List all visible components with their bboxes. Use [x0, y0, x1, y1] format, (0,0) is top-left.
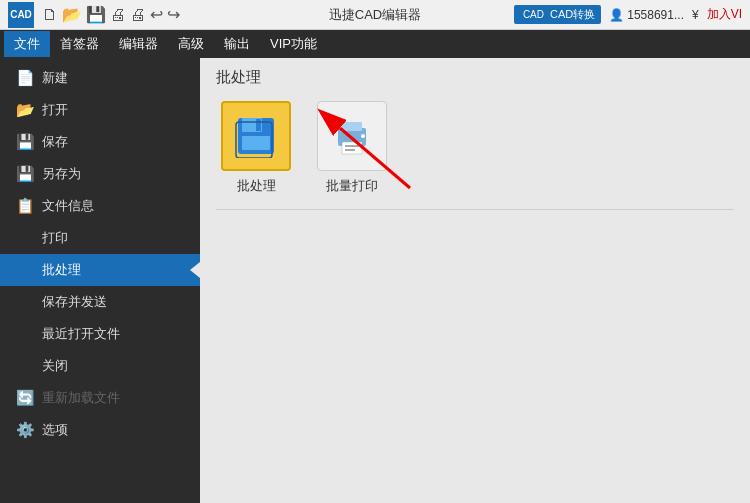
sidebar-item-open[interactable]: 📂 打开 — [0, 94, 200, 126]
phone-number: 1558691... — [627, 8, 684, 22]
sidebar-item-recent-label: 最近打开文件 — [42, 325, 120, 343]
menu-item-editor[interactable]: 编辑器 — [109, 31, 168, 57]
sidebar-item-fileinfo-label: 文件信息 — [42, 197, 94, 215]
sidebar-item-reload[interactable]: 🔄 重新加载文件 — [0, 382, 200, 414]
reload-icon: 🔄 — [16, 389, 34, 407]
options-icon: ⚙️ — [16, 421, 34, 439]
fileinfo-icon: 📋 — [16, 197, 34, 215]
save-disk-icon: 💾 — [16, 133, 34, 151]
sidebar: 📄 新建 📂 打开 💾 保存 💾 另存为 📋 文件信息 打印 批处理 — [0, 58, 200, 503]
titlebar: CAD 🗋 📂 💾 🖨 🖨 ↩ ↪ 迅捷CAD编辑器 CAD CAD转换 👤 1… — [0, 0, 750, 30]
sidebar-item-open-label: 打开 — [42, 101, 68, 119]
svg-rect-6 — [342, 122, 362, 131]
sidebar-item-savesend-label: 保存并发送 — [42, 293, 107, 311]
sidebar-item-recent[interactable]: 最近打开文件 — [0, 318, 200, 350]
menu-item-signer[interactable]: 首签器 — [50, 31, 109, 57]
app-logo: CAD — [8, 2, 34, 28]
toolbar-icons: 🗋 📂 💾 🖨 🖨 ↩ ↪ — [42, 5, 514, 24]
right-section: CAD CAD转换 👤 1558691... ¥ 加入VI — [514, 5, 742, 24]
sidebar-item-saveas-label: 另存为 — [42, 165, 81, 183]
sidebar-item-close-label: 关闭 — [42, 357, 68, 375]
sidebar-item-save[interactable]: 💾 保存 — [0, 126, 200, 158]
menu-item-file[interactable]: 文件 — [4, 31, 50, 57]
batch-process-label: 批处理 — [237, 177, 276, 195]
content-divider — [216, 209, 734, 210]
svg-point-10 — [361, 134, 365, 138]
main-layout: 📄 新建 📂 打开 💾 保存 💾 另存为 📋 文件信息 打印 批处理 — [0, 58, 750, 503]
svg-rect-9 — [345, 149, 355, 151]
cad-convert-label: CAD转换 — [550, 7, 595, 22]
new-file-icon: 📄 — [16, 69, 34, 87]
menu-item-vip[interactable]: VIP功能 — [260, 31, 327, 57]
menubar: 文件 首签器 编辑器 高级 输出 VIP功能 — [0, 30, 750, 58]
batch-print-label: 批量打印 — [326, 177, 378, 195]
sidebar-item-batch-label: 批处理 — [42, 261, 81, 279]
sidebar-item-options-label: 选项 — [42, 421, 68, 439]
saveas-icon: 💾 — [16, 165, 34, 183]
batch-print-svg — [330, 114, 374, 158]
svg-rect-8 — [345, 145, 359, 147]
svg-rect-3 — [242, 136, 270, 150]
sidebar-item-save-label: 保存 — [42, 133, 68, 151]
sidebar-item-batch[interactable]: 批处理 — [0, 254, 200, 286]
join-button[interactable]: 加入VI — [707, 6, 742, 23]
phone-section: 👤 1558691... — [609, 8, 684, 22]
batch-print-icon-wrap — [317, 101, 387, 171]
print2-icon[interactable]: 🖨 — [130, 6, 146, 24]
svg-rect-2 — [256, 119, 261, 131]
sidebar-item-fileinfo[interactable]: 📋 文件信息 — [0, 190, 200, 222]
sidebar-item-close[interactable]: 关闭 — [0, 350, 200, 382]
open-icon[interactable]: 📂 — [62, 5, 82, 24]
app-title: 迅捷CAD编辑器 — [329, 6, 421, 24]
save-icon[interactable]: 💾 — [86, 5, 106, 24]
sidebar-item-savesend[interactable]: 保存并发送 — [0, 286, 200, 318]
menu-item-advanced[interactable]: 高级 — [168, 31, 214, 57]
redo-icon[interactable]: ↪ — [167, 5, 180, 24]
batch-print-item[interactable]: 批量打印 — [312, 101, 392, 195]
sidebar-item-new-label: 新建 — [42, 69, 68, 87]
currency-icon: ¥ — [692, 8, 699, 22]
undo-icon[interactable]: ↩ — [150, 5, 163, 24]
sidebar-item-new[interactable]: 📄 新建 — [0, 62, 200, 94]
menu-item-output[interactable]: 输出 — [214, 31, 260, 57]
section-title: 批处理 — [216, 68, 734, 87]
phone-icon: 👤 — [609, 8, 624, 22]
batch-process-item[interactable]: 批处理 — [216, 101, 296, 195]
sidebar-item-options[interactable]: ⚙️ 选项 — [0, 414, 200, 446]
content-area: 批处理 批处理 — [200, 58, 750, 503]
sidebar-item-print[interactable]: 打印 — [0, 222, 200, 254]
sidebar-item-saveas[interactable]: 💾 另存为 — [0, 158, 200, 190]
sidebar-item-print-label: 打印 — [42, 229, 68, 247]
batch-process-icon-wrap — [221, 101, 291, 171]
items-grid: 批处理 批量打印 — [216, 101, 734, 195]
open-folder-icon: 📂 — [16, 101, 34, 119]
new-icon[interactable]: 🗋 — [42, 6, 58, 24]
svg-rect-7 — [342, 142, 362, 154]
cad-convert-button[interactable]: CAD CAD转换 — [514, 5, 601, 24]
sidebar-item-reload-label: 重新加载文件 — [42, 389, 120, 407]
print-icon[interactable]: 🖨 — [110, 6, 126, 24]
cad-icon: CAD — [520, 8, 547, 21]
batch-save-svg — [234, 114, 278, 158]
